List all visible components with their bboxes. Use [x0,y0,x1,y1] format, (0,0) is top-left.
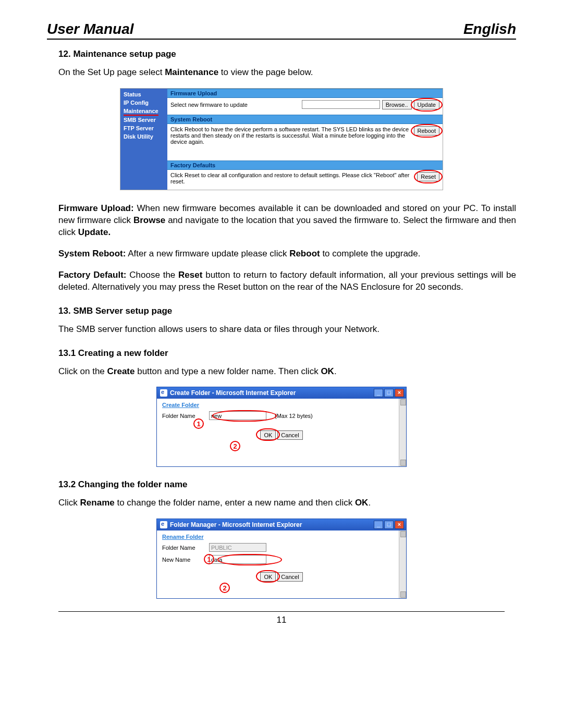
text-bold: Factory Default: [58,270,126,280]
factory-defaults-text: Click Reset to clear all configuration a… [170,172,413,184]
section-13-2-num: 13.2 [58,479,76,489]
close-button[interactable]: × [395,521,404,529]
text-bold: Reset [178,270,202,280]
reboot-bar: System Reboot [167,115,443,124]
text-bold: Rename [80,498,115,508]
ie-icon [160,521,167,528]
minimize-button[interactable]: _ [374,389,383,397]
text-bold: System Reboot: [58,249,126,258]
create-folder-dialog: Create Folder - Microsoft Internet Explo… [156,387,407,467]
text-bold: Firmware Upload: [58,203,134,213]
sidebar-item-status[interactable]: Status [124,91,164,98]
maintenance-figure: Status IP Config Maintenance SMB Server … [120,88,443,190]
section-13-1-text: Click on the Create button and type a ne… [58,366,516,378]
sidebar-item-ftp[interactable]: FTP Server [124,125,164,132]
page: User Manual English 12. Maintenance setu… [0,0,563,641]
section-12-title: Maintenance setup page [73,49,176,59]
callout-2: 2 [219,583,230,593]
sidebar-item-maintenance[interactable]: Maintenance [124,107,164,116]
page-number: 11 [47,615,516,625]
header-left: User Manual [47,21,134,38]
ok-button[interactable]: OK [260,572,276,582]
reboot-button[interactable]: Reboot [414,126,439,135]
text: On the Set Up page select [58,67,165,77]
folder-name-label: Folder Name [162,545,204,551]
page-header: User Manual English [47,21,516,40]
maintenance-main: Firmware Upload Select new firmware to u… [167,89,443,190]
text: Click [58,498,80,508]
text: After a new firmware update please click [126,249,289,258]
reboot-paragraph: System Reboot: After a new firmware upda… [58,248,516,260]
rename-folder-section-label: Rename Folder [162,534,401,540]
section-13-1-title: Creating a new folder [78,348,168,358]
create-folder-section-label: Create Folder [162,402,401,408]
cancel-button[interactable]: Cancel [277,572,302,582]
dialog-title: Folder Manager - Microsoft Internet Expl… [170,521,302,528]
maintenance-sidebar: Status IP Config Maintenance SMB Server … [120,89,167,190]
browse-button[interactable]: Browse.. [382,100,412,109]
maximize-button[interactable]: □ [384,389,394,397]
text: Click on the [58,366,107,376]
close-button[interactable]: × [395,389,404,397]
text-bold: Maintenance [165,67,218,77]
header-right: English [463,21,516,38]
fw-upload-label: Select new firmware to update [170,102,248,108]
section-12-intro: On the Set Up page select Maintenance to… [58,67,516,79]
sidebar-item-ipconfig[interactable]: IP Config [124,99,164,107]
text: to view the page below. [218,67,313,77]
fw-file-input[interactable] [302,100,380,109]
ie-icon [160,389,167,397]
folder-name-label: Folder Name [162,413,204,419]
section-13-2-title: Changing the folder name [78,479,188,489]
text-bold: OK [321,366,334,376]
text-bold: Browse [133,215,165,225]
text-bold: Reboot [289,249,320,258]
text-bold: Update. [78,227,111,237]
text: button and type a new folder name. Then … [134,366,321,376]
reset-button[interactable]: Reset [417,172,439,181]
text-bold: Create [107,366,135,376]
section-12-heading: 12. Maintenance setup page [58,49,516,59]
section-13-intro: The SMB server function allows users to … [58,324,516,336]
dialog-title: Create Folder - Microsoft Internet Explo… [170,389,296,397]
folder-name-hint: (Max 12 bytes) [275,413,313,419]
section-13-num: 13. [58,306,71,316]
cancel-button[interactable]: Cancel [277,430,302,440]
text: to complete the upgrade. [320,249,421,258]
reboot-text: Click Reboot to have the device perform … [170,126,410,145]
folder-name-readonly [209,543,266,552]
text: . [334,366,337,376]
section-13-2-heading: 13.2 Changing the folder name [58,479,516,490]
text-bold: OK [355,498,369,508]
scrollbar[interactable] [399,530,406,598]
factory-defaults-bar: Factory Defaults [167,161,443,170]
text: to change the folder name, enter a new n… [115,498,355,508]
fw-paragraph: Firmware Upload: When new firmware becom… [58,203,516,239]
maximize-button[interactable]: □ [384,521,394,529]
dialog-titlebar: Create Folder - Microsoft Internet Explo… [157,387,406,399]
sidebar-item-smb[interactable]: SMB Server [124,116,164,124]
callout-2: 2 [230,441,240,451]
rename-folder-dialog: Folder Manager - Microsoft Internet Expl… [156,519,407,599]
callout-1: 1 [193,418,204,429]
new-name-label: New Name [162,557,204,563]
minimize-button[interactable]: _ [374,521,383,529]
section-12-num: 12. [58,49,71,59]
text: Choose the [126,270,178,280]
factory-default-paragraph: Factory Default: Choose the Reset button… [58,269,516,293]
update-button[interactable]: Update [414,100,439,109]
section-13-2-text: Click Rename to change the folder name, … [58,497,516,509]
section-13-1-heading: 13.1 Creating a new folder [58,348,516,359]
new-name-input[interactable] [209,555,266,564]
fw-upload-bar: Firmware Upload [167,89,443,98]
section-13-1-num: 13.1 [58,348,76,358]
dialog-titlebar: Folder Manager - Microsoft Internet Expl… [157,519,406,530]
folder-name-input[interactable] [209,411,266,420]
sidebar-item-label: Maintenance [124,107,158,116]
section-13-heading: 13. SMB Server setup page [58,306,516,316]
text: . [368,498,371,508]
ok-button[interactable]: OK [260,430,276,440]
section-13-title: SMB Server setup page [73,306,172,316]
footer-rule [58,611,505,612]
sidebar-item-diskutil[interactable]: Disk Utility [124,133,164,141]
